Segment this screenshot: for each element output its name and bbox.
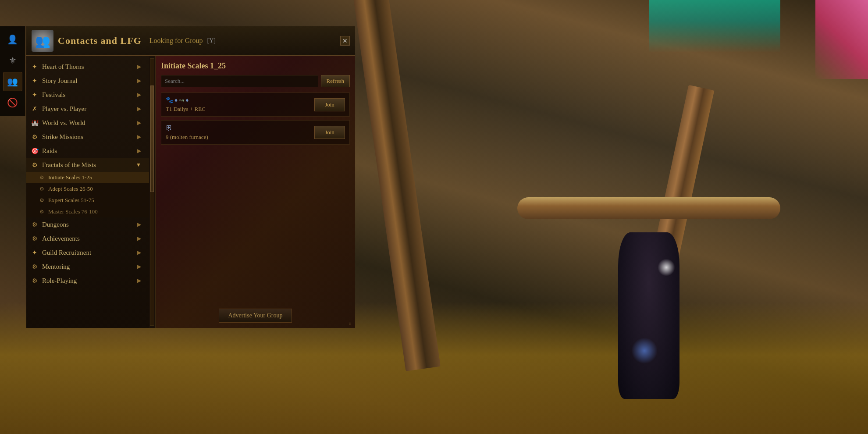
arrow-icon-wvw: ▶ [137,120,141,126]
menu-item-festivals[interactable]: ✦ Festivals ▶ [26,88,155,102]
arrow-icon-pvp: ▶ [137,106,141,112]
scrollbar-thumb[interactable] [150,85,154,192]
master-icon: ⚙ [39,209,46,215]
people-icon: 👥 [35,34,50,48]
nav-lfg-button[interactable]: 👥 [3,72,22,91]
menu-label-heart-of-thorns: Heart of Thorns [42,63,134,71]
group-info-1: 🐾 ♦ ↝ ♦ T1 Dailys + REC [166,96,206,113]
menu-item-story-journal[interactable]: ✦ Story Journal ▶ [26,74,155,88]
menu-label-strike-missions: Strike Missions [42,133,134,141]
search-input[interactable] [161,75,318,87]
menu-item-guild-recruitment[interactable]: ✦ Guild Recruitment ▶ [26,245,155,260]
submenu-label-expert: Expert Scales 51-75 [48,197,94,204]
background-pink-accent [815,0,868,79]
arrow-icon-festivals: ▶ [137,92,141,98]
main-ui-panel: 👥 Contacts and LFG Looking for Group [Y]… [26,26,355,328]
guild-icon: ⚜ [9,55,17,66]
advertise-button[interactable]: Advertise Your Group [219,309,292,323]
character-display [583,193,715,434]
group-icon-diamond2: ♦ [185,97,189,104]
resize-handle[interactable]: ⠿ [349,322,354,327]
panel-footer: Advertise Your Group [161,304,350,323]
guild-recruitment-icon: ✦ [31,249,39,256]
submenu-item-expert[interactable]: ⚙ Expert Scales 51-75 [26,195,155,206]
arrow-icon-story-journal: ▶ [137,78,141,84]
menu-item-dungeons[interactable]: ⚙ Dungeons ▶ [26,217,155,231]
fractals-submenu: ⚙ Initiate Scales 1-25 ⚙ Adept Scales 26… [26,172,155,217]
festivals-icon: ✦ [31,91,39,99]
panel-subtitle: Looking for Group [149,37,203,45]
menu-item-role-playing[interactable]: ⚙ Role-Playing ▶ [26,274,155,288]
submenu-item-initiate[interactable]: ⚙ Initiate Scales 1-25 [26,172,155,183]
mentoring-icon: ⚙ [31,263,39,270]
submenu-item-master[interactable]: ⚙ Master Scales 76-100 [26,206,155,217]
group-entry-1: 🐾 ♦ ↝ ♦ T1 Dailys + REC Join [161,92,350,117]
arrow-icon-fractals: ▼ [136,162,141,168]
menu-label-story-journal: Story Journal [42,77,134,85]
group-description-1: T1 Dailys + REC [166,106,206,113]
panel-shortcut: [Y] [207,37,216,44]
role-playing-icon: ⚙ [31,277,39,285]
menu-label-fractals: Fractals of the Mists [42,161,132,169]
menu-item-fractals[interactable]: ⚙ Fractals of the Mists ▼ [26,158,155,172]
menu-label-guild-recruitment: Guild Recruitment [42,249,134,256]
group-icons-2: ⛨ [166,124,208,132]
shield-icon: ⛨ [166,124,173,132]
initiate-icon: ⚙ [39,174,46,181]
panel-content-title: Initiate Scales 1_25 [161,61,350,71]
panel-header: 👥 Contacts and LFG Looking for Group [Y]… [26,26,355,56]
wvw-icon: 🏰 [31,119,39,127]
dungeons-icon: ⚙ [31,221,39,228]
character-white-glow [658,259,675,276]
join-button-2[interactable]: Join [314,126,345,139]
menu-item-wvw[interactable]: 🏰 World vs. World ▶ [26,116,155,130]
expert-icon: ⚙ [39,197,46,204]
group-icons-1: 🐾 ♦ ↝ ♦ [166,96,206,104]
menu-label-role-playing: Role-Playing [42,277,134,285]
close-icon: ✕ [342,37,348,45]
submenu-label-adept: Adept Scales 26-50 [48,185,93,192]
group-entry-2: ⛨ 9 (molten furnace) Join [161,120,350,145]
main-body: ✦ Heart of Thorns ▶ ✦ Story Journal ▶ ✦ … [26,56,355,328]
submenu-item-adept[interactable]: ⚙ Adept Scales 26-50 [26,183,155,195]
scrollbar-track [150,58,154,326]
strike-missions-icon: ⚙ [31,133,39,141]
menu-item-heart-of-thorns[interactable]: ✦ Heart of Thorns ▶ [26,60,155,74]
story-journal-icon: ✦ [31,77,39,85]
nav-block-button[interactable]: 🚫 [3,93,22,112]
menu-item-achievements[interactable]: ⚙ Achievements ▶ [26,231,155,245]
side-navigation: 👤 ⚜ 👥 🚫 [0,26,25,116]
arrow-icon-dungeons: ▶ [137,221,141,228]
left-menu-sidebar: ✦ Heart of Thorns ▶ ✦ Story Journal ▶ ✦ … [26,56,156,328]
submenu-label-initiate: Initiate Scales 1-25 [48,174,92,181]
menu-item-mentoring[interactable]: ⚙ Mentoring ▶ [26,260,155,274]
group-info-2: ⛨ 9 (molten furnace) [166,124,208,141]
fractals-icon: ⚙ [31,161,39,169]
menu-label-mentoring: Mentoring [42,263,134,270]
arrow-icon-raids: ▶ [137,148,141,154]
menu-item-pvp[interactable]: ✗ Player vs. Player ▶ [26,102,155,116]
achievements-icon: ⚙ [31,235,39,242]
arrow-icon-achievements: ▶ [137,235,141,242]
group-icon-diamond1: ♦ [174,97,178,104]
arrow-icon-strike-missions: ▶ [137,134,141,140]
close-button[interactable]: ✕ [340,36,350,46]
character-blue-glow [631,338,658,364]
group-icon-arrow: ↝ [179,96,184,104]
adept-icon: ⚙ [39,186,46,192]
refresh-button[interactable]: Refresh [321,75,350,87]
arrow-icon-role-playing: ▶ [137,277,141,284]
right-content-panel: Initiate Scales 1_25 Refresh 🐾 ♦ ↝ ♦ [156,56,355,328]
block-icon: 🚫 [7,97,18,108]
sidebar-scrollbar[interactable] [149,56,155,328]
menu-item-strike-missions[interactable]: ⚙ Strike Missions ▶ [26,130,155,144]
join-label-2: Join [325,129,334,135]
contacts-icon: 👤 [7,34,18,45]
menu-item-raids[interactable]: 🎯 Raids ▶ [26,144,155,158]
search-bar-container: Refresh [161,75,350,87]
nav-guild-button[interactable]: ⚜ [3,51,22,70]
join-button-1[interactable]: Join [314,98,345,111]
raids-icon: 🎯 [31,147,39,155]
nav-contacts-button[interactable]: 👤 [3,30,22,49]
character-body [618,232,679,399]
